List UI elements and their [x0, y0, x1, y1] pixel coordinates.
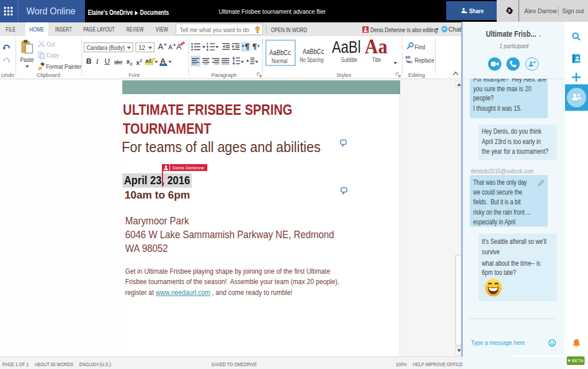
svg-text:S: S [508, 8, 511, 13]
svg-text:ac: ac [408, 59, 412, 63]
